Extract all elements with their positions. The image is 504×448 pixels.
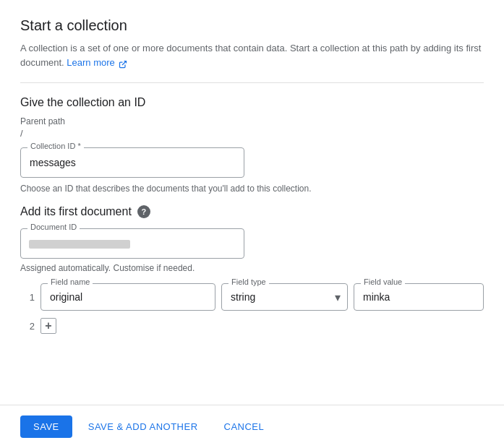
help-icon: ? — [137, 205, 150, 218]
field-row: 1 Field name Field type string number bo… — [20, 283, 484, 311]
collection-id-label: Collection ID * — [27, 142, 84, 150]
collection-id-input[interactable] — [20, 147, 244, 178]
parent-path-value: / — [20, 128, 484, 139]
learn-more-link[interactable]: Learn more — [67, 57, 127, 68]
field-type-select[interactable]: string number boolean map array null tim… — [221, 283, 348, 311]
document-id-group: Document ID — [20, 228, 484, 259]
save-add-another-button[interactable]: SAVE & ADD ANOTHER — [78, 415, 208, 438]
main-content: Start a collection A collection is a set… — [0, 0, 504, 405]
section-divider-1 — [20, 82, 484, 83]
learn-more-text: Learn more — [67, 57, 114, 68]
external-link-icon — [119, 59, 127, 67]
parent-path-label: Parent path — [20, 116, 484, 126]
page-container: Start a collection A collection is a set… — [0, 0, 504, 448]
save-button[interactable]: SAVE — [20, 415, 72, 438]
add-field-number: 2 — [20, 321, 35, 332]
document-id-input[interactable] — [20, 228, 244, 259]
field-value-group: Field value — [354, 283, 484, 311]
document-id-label: Document ID — [27, 223, 80, 231]
section2-label: Add its first document — [20, 205, 132, 218]
plus-icon: + — [45, 319, 51, 332]
fields-container: 1 Field name Field type string number bo… — [20, 283, 484, 334]
svg-line-0 — [122, 61, 127, 66]
section1-label: Give the collection an ID — [20, 96, 484, 109]
auto-assign-hint: Assigned automatically. Customise if nee… — [20, 263, 484, 273]
field-value-label: Field value — [361, 277, 405, 286]
section2-header: Add its first document ? — [20, 205, 484, 218]
field-row-number: 1 — [20, 292, 35, 303]
field-value-input[interactable] — [354, 283, 484, 311]
add-field-button[interactable]: + — [40, 318, 56, 334]
cancel-button[interactable]: CANCEL — [214, 415, 275, 438]
field-type-group: Field type string number boolean map arr… — [221, 283, 348, 311]
collection-id-hint: Choose an ID that describes the document… — [20, 184, 484, 194]
page-title: Start a collection — [20, 17, 484, 34]
field-name-label: Field name — [48, 277, 93, 286]
field-name-input[interactable] — [40, 283, 215, 311]
footer: SAVE SAVE & ADD ANOTHER CANCEL — [0, 405, 504, 448]
field-name-group: Field name — [40, 283, 215, 311]
page-description: A collection is a set of one or more doc… — [20, 41, 484, 69]
add-field-row: 2 + — [20, 318, 484, 334]
collection-id-group: Collection ID * — [20, 147, 484, 178]
field-type-label: Field type — [228, 277, 269, 286]
